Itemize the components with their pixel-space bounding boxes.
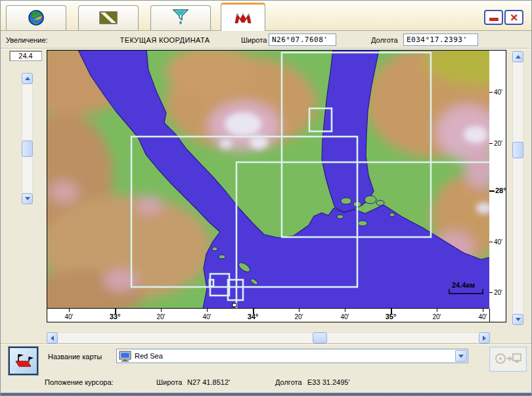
terrain-map: 24.4км <box>47 51 489 308</box>
cursor-lat-value: N27 41.8512' <box>187 378 230 386</box>
arrow-down-icon <box>25 197 30 200</box>
cursor-lon-label: Долгота <box>275 378 302 386</box>
cursor-position-label: Положение курсора: <box>45 378 114 386</box>
map-name-label: Название карты <box>48 353 102 361</box>
x-tick-label: 40' <box>64 313 73 320</box>
tab-filter[interactable] <box>150 5 211 30</box>
x-tick <box>69 309 70 312</box>
zoom-label: Увеличение: <box>6 36 48 44</box>
diver-flag-icon <box>99 11 118 26</box>
m-logo-icon <box>233 10 253 26</box>
toolbar: ✕ <box>1 1 532 31</box>
x-tick-label: 20' <box>156 313 165 320</box>
map-scroll-right-button[interactable] <box>479 332 490 343</box>
x-tick-label: 20' <box>432 313 441 320</box>
tab-diver-flag[interactable] <box>78 5 139 30</box>
y-tick <box>489 242 493 242</box>
globe-icon <box>28 9 45 28</box>
close-icon: ✕ <box>510 12 518 22</box>
y-tick <box>489 190 495 192</box>
latitude-axis: 40'20'28°40'20' <box>489 50 506 322</box>
map-vscrollbar[interactable] <box>512 51 523 325</box>
cursor-marker <box>233 303 236 307</box>
y-tick-label: 28° <box>495 187 506 194</box>
x-tick <box>483 309 483 312</box>
scale-text: 24.4км <box>452 281 475 289</box>
arrow-up-icon <box>516 55 521 58</box>
zoom-scroll-down-button[interactable] <box>22 193 33 204</box>
close-button[interactable]: ✕ <box>504 10 523 25</box>
longitude-label: Долгота <box>371 36 398 44</box>
current-coordinate-title: ТЕКУЩАЯ КООРДИНАТА <box>79 36 250 44</box>
y-tick-label: 40' <box>494 238 502 246</box>
x-tick-label: 20' <box>294 313 303 320</box>
x-tick-label: 40' <box>478 313 487 320</box>
arrow-down-icon <box>516 318 521 321</box>
y-tick-label: 20' <box>494 289 502 296</box>
cursor-lon-value: E33 31.2495' <box>307 378 350 386</box>
window-bottom-edge <box>1 393 532 396</box>
longitude-field[interactable]: E034°17.2393' <box>403 33 478 46</box>
map-scroll-down-button[interactable] <box>512 314 523 325</box>
arrow-up-icon <box>25 77 30 80</box>
latitude-field[interactable]: N26°07.7608' <box>269 33 336 46</box>
y-tick-label: 40' <box>494 89 502 96</box>
zoom-value-field[interactable]: 24.4 <box>9 51 42 61</box>
map-name-value: Red Sea <box>135 352 163 360</box>
tab-logo-active[interactable] <box>221 3 265 31</box>
map-name-combobox[interactable]: Red Sea <box>116 349 468 363</box>
separator <box>1 343 532 345</box>
zoom-scroll-thumb[interactable] <box>22 141 33 157</box>
y-tick-label: 20' <box>494 140 502 147</box>
load-map-button-disabled[interactable] <box>489 347 527 372</box>
disc-to-monitor-icon <box>495 351 522 368</box>
x-tick-label: 40' <box>340 313 349 320</box>
map-vscroll-thumb[interactable] <box>512 142 523 158</box>
map-scroll-up-button[interactable] <box>512 51 523 62</box>
tab-globe[interactable] <box>6 5 66 30</box>
monitor-icon <box>119 351 131 362</box>
map-hscrollbar[interactable] <box>47 332 490 343</box>
y-tick <box>489 292 493 293</box>
funnel-icon <box>172 9 189 28</box>
zoom-scrollbar[interactable] <box>22 73 33 204</box>
flags-area-icon <box>13 351 34 371</box>
map-hscroll-thumb[interactable] <box>313 332 327 343</box>
cursor-lat-label: Широта <box>156 378 182 386</box>
x-tick <box>345 309 345 312</box>
longitude-axis: 40'33°20'40'34°20'40'35°20'40' <box>47 309 490 322</box>
combo-dropdown-button[interactable] <box>455 350 467 362</box>
app-window: { "colors": { "sea": "#4F38D8", "land": … <box>0 0 532 396</box>
separator <box>1 48 532 49</box>
x-tick-label: 33° <box>110 313 121 320</box>
y-tick <box>489 143 493 144</box>
coordinate-panel: Увеличение: ТЕКУЩАЯ КООРДИНАТА Широта N2… <box>1 31 532 49</box>
map-canvas[interactable]: 24.4км <box>47 50 490 309</box>
y-tick <box>489 92 493 93</box>
latitude-label: Широта <box>241 36 267 44</box>
x-tick-label: 40' <box>202 313 211 320</box>
arrow-left-icon <box>51 336 54 341</box>
x-tick-label: 35° <box>386 313 397 320</box>
minimize-button[interactable] <box>484 10 503 25</box>
x-tick <box>299 309 299 312</box>
map-scroll-left-button[interactable] <box>47 332 58 343</box>
chevron-down-icon <box>458 355 464 358</box>
x-tick <box>207 309 208 312</box>
route-flags-button[interactable] <box>8 346 39 376</box>
x-tick <box>161 309 162 312</box>
arrow-right-icon <box>483 336 486 341</box>
x-tick <box>437 309 437 312</box>
minimize-icon <box>489 18 499 21</box>
x-tick-label: 34° <box>248 313 259 320</box>
zoom-scroll-up-button[interactable] <box>22 73 33 84</box>
